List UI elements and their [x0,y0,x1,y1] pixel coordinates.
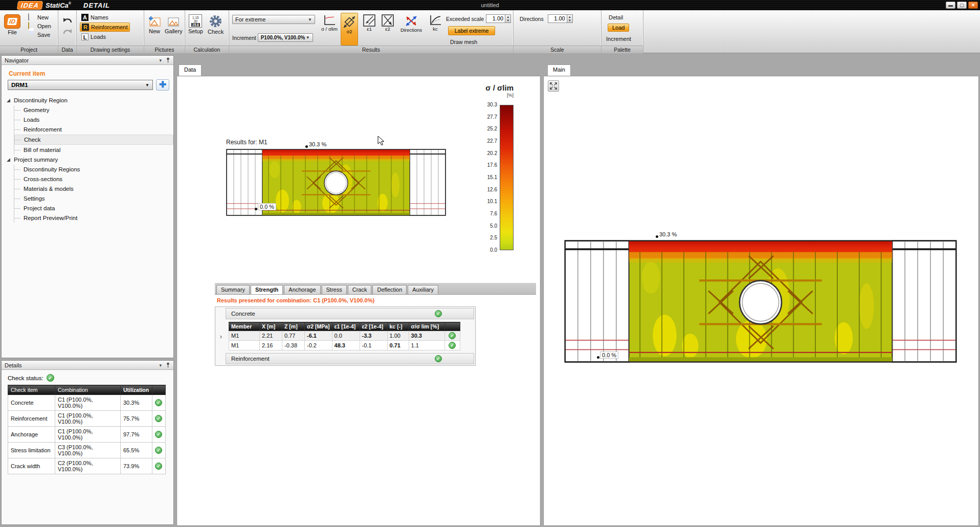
minimize-button[interactable]: ▬ [946,2,955,9]
exceeded-scale-label: Exceeded scale [446,16,484,22]
check-button[interactable]: Check [208,14,224,35]
palette-load-option[interactable]: Load [608,24,629,32]
fit-arrows-icon [549,82,558,90]
reinforcement-icon: R [82,24,89,31]
panel-chevron-icon[interactable]: ▾ [159,58,162,63]
sigma2-icon [342,15,357,29]
nav-item-check[interactable]: Check [14,135,173,145]
sigma-slim-result-button[interactable]: σ / σlim [320,14,339,32]
directions-scale-spinner[interactable]: 1.00 ▲▼ [548,14,573,23]
table-header-row: Member X [m] Z [m] σ2 [MPa] ε1 [1e-4] ε2… [229,322,460,331]
combination-note: Results presented for combination: C1 (P… [217,297,374,303]
ribbon-group-scale: Directions 1.00 ▲▼ Scale [514,10,602,53]
check-row[interactable]: Stress limitationC3 (P100.0%, V100.0%)65… [8,443,166,458]
add-item-button[interactable]: ✚ [156,79,169,91]
label-extreme-toggle[interactable]: Label extreme [448,26,495,35]
kc-result-button[interactable]: kc [427,14,444,32]
navigator-body: Current item DRM1▼ ✚ Discontinuity Regio… [2,65,173,358]
reinforcement-toggle[interactable]: RReinforcement [80,23,130,32]
fit-to-view-button[interactable] [548,80,559,92]
current-item-dropdown[interactable]: DRM1▼ [8,80,153,90]
save-button[interactable]: Save [27,31,53,38]
for-extreme-dropdown[interactable]: For extreme▼ [232,15,315,24]
ribbon-group-label: Project [0,46,58,53]
tab-main[interactable]: Main [547,64,571,76]
gallery-button[interactable]: Gallery [165,15,183,34]
nav-item-cross-sections[interactable]: Cross-sections [14,174,173,184]
names-toggle[interactable]: ANames [80,13,130,21]
eps1-result-button[interactable]: ε1 [361,14,377,32]
nav-item-bill-of-material[interactable]: Bill of material [14,145,173,155]
nav-item-report-preview-print[interactable]: Report Preview/Print [14,213,173,223]
draw-mesh-toggle[interactable]: Draw mesh [450,39,477,45]
ribbon-group-pictures: New Gallery Pictures [144,10,185,53]
nav-item-loads[interactable]: Loads [14,115,173,124]
pin-icon[interactable] [166,362,170,368]
details-title: Details [5,362,22,368]
palette-detail-option[interactable]: Detail [609,14,623,20]
result-row[interactable]: M1 2.21 0.77 -6.1 0.0 -3.3 1.00 30.3 ✓ [229,331,460,341]
beam-result-view: 30.3 % 0.0 % [226,148,446,217]
tab-strength[interactable]: Strength [251,285,283,294]
main-view-panel: Main 30.3 % 0.0 % [543,64,979,526]
setup-button[interactable]: 1.153025.8 Setup [188,14,203,34]
new-button[interactable]: New [27,13,53,21]
status-ok-icon: ✓ [155,399,162,406]
nav-item-project-data[interactable]: Project data [14,204,173,213]
col-eps1: ε1 [1e-4] [332,322,360,331]
result-row[interactable]: M1 2.16 -0.38 -0.2 48.3 -0.1 0.71 1.1 ✓ [229,341,460,350]
tree-expanded-icon[interactable] [7,158,10,162]
palette-increment-option[interactable]: Increment [606,36,631,42]
tab-data[interactable]: Data [179,64,202,76]
tab-stress[interactable]: Stress [322,285,347,294]
expand-row-arrow[interactable]: › [216,308,226,364]
spinner-arrows-icon[interactable]: ▲▼ [505,14,511,23]
sigma2-result-button[interactable]: σ2 [341,13,358,46]
tab-anchorage[interactable]: Anchorage [284,285,320,294]
pin-icon[interactable] [166,57,170,63]
undo-icon [62,16,73,24]
tab-deflection[interactable]: Deflection [372,285,407,294]
nav-item-materials-models[interactable]: Materials & models [14,184,173,193]
close-button[interactable]: ✕ [968,2,978,9]
new-document-icon [28,14,35,20]
tree-expanded-icon[interactable] [7,99,10,102]
reinforcement-section-header[interactable]: Reinforcement ✓ [226,353,474,364]
title-bar: IDEA StatiCa® DETAIL untitled ▬ ▢ ✕ [0,0,980,10]
tab-auxiliary[interactable]: Auxiliary [408,285,438,294]
panel-chevron-icon[interactable]: ▾ [159,363,162,368]
loads-toggle[interactable]: LLoads [80,33,130,41]
tab-summary[interactable]: Summary [216,285,250,294]
nav-item-discontinuity-regions[interactable]: Discontinuity Regions [14,165,173,174]
nav-item-reinforcement[interactable]: Reinforcement [14,125,173,134]
check-row[interactable]: ConcreteC1 (P100.0%, V100.0%)30.3%✓ [8,395,166,411]
exceeded-scale-spinner[interactable]: 1.00 ▲▼ [486,14,511,23]
check-row[interactable]: AnchorageC1 (P100.0%, V100.0%)97.7%✓ [8,427,166,443]
maximize-button[interactable]: ▢ [957,2,967,9]
result-tabs: Summary Strength Anchorage Stress Crack … [215,283,536,295]
colorbar-unit: [%] [464,93,514,98]
results-for-label: Results for: M1 [226,139,268,146]
chevron-down-icon: ▼ [306,35,310,40]
concrete-section-header[interactable]: Concrete ✓ [226,308,474,319]
details-body: Check status: ✓ Check item Combination U… [2,370,173,524]
check-row[interactable]: Crack widthC2 (P100.0%, V100.0%)73.9%✓ [8,458,166,474]
nav-group-discontinuity-region[interactable]: Discontinuity Region [7,96,173,105]
increment-dropdown[interactable]: P100.0%, V100.0%▼ [258,33,313,42]
undo-button[interactable] [62,16,73,26]
redo-button[interactable] [62,28,73,37]
navigator-header[interactable]: Navigator ▾ [2,56,173,65]
spinner-arrows-icon[interactable]: ▲▼ [567,14,573,23]
file-button[interactable]: ID File [4,14,20,35]
nav-item-geometry[interactable]: Geometry [14,105,173,115]
eps2-result-button[interactable]: ε2 [380,14,396,32]
nav-group-project-summary[interactable]: Project summary [7,155,173,164]
status-ok-icon: ✓ [435,310,442,317]
check-row[interactable]: ReinforcementC1 (P100.0%, V100.0%)75.7%✓ [8,411,166,427]
directions-result-button[interactable]: Directions [398,14,425,33]
colorbar-title: σ / σlim [464,83,514,92]
tab-crack[interactable]: Crack [348,285,372,294]
nav-item-settings[interactable]: Settings [14,194,173,203]
picture-new-button[interactable]: New [148,15,161,34]
details-header[interactable]: Details ▾ [2,361,173,370]
